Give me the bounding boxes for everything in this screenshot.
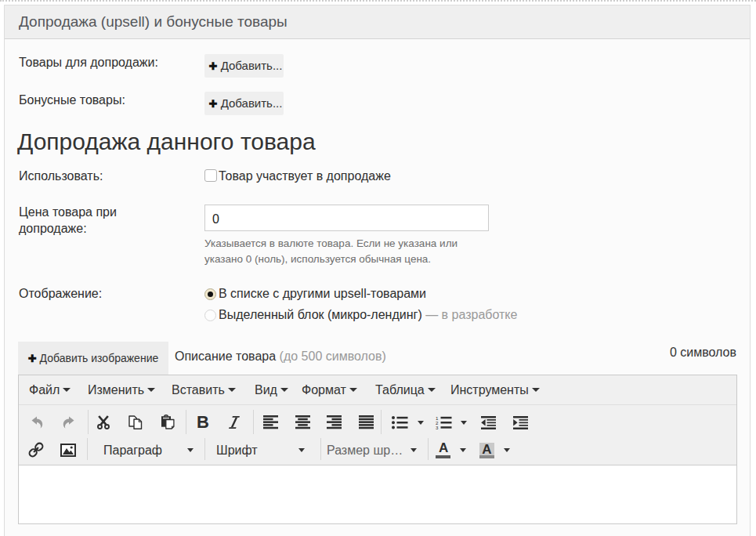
- svg-text:3: 3: [436, 425, 439, 430]
